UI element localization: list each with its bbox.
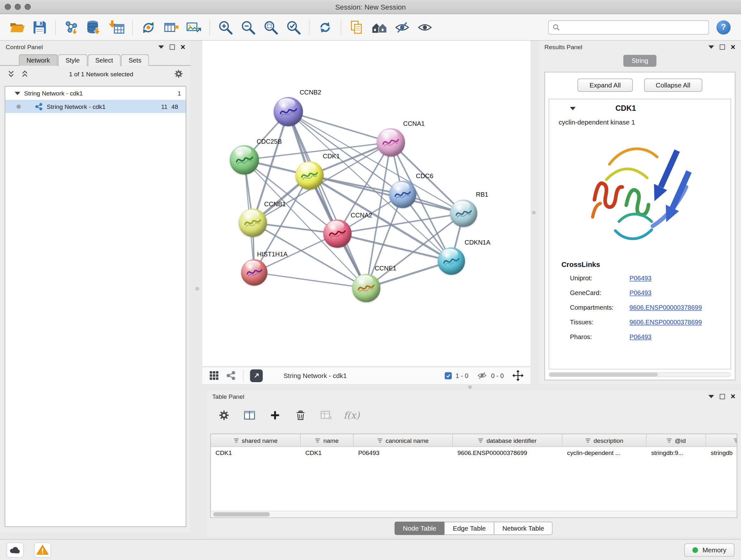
network-row[interactable]: String Network - cdk1 11 48 xyxy=(5,100,186,113)
gear-icon[interactable] xyxy=(174,69,184,78)
tissues-link[interactable]: 9606.ENSP00000378699 xyxy=(630,315,702,330)
show-columns-button[interactable] xyxy=(241,406,259,425)
network-collection-row[interactable]: String Network - cdk1 1 xyxy=(5,86,186,100)
network-node-ccnb1[interactable] xyxy=(239,208,267,237)
network-node-cdkn1a[interactable] xyxy=(437,247,465,275)
scrollbar-thumb[interactable] xyxy=(213,512,270,516)
import-network-file-button[interactable] xyxy=(60,16,83,38)
cell-description[interactable]: cyclin-dependent ... xyxy=(562,447,647,460)
cell-shared-name[interactable]: CDK1 xyxy=(211,447,300,460)
close-panel-button[interactable]: × xyxy=(731,44,736,50)
column-header-canonical-name[interactable]: canonical name xyxy=(354,434,453,447)
expand-all-button[interactable]: Expand All xyxy=(578,78,632,91)
column-header-database-identifier[interactable]: database identifier xyxy=(453,434,562,447)
zoom-fit-button[interactable] xyxy=(259,16,282,38)
home-button[interactable] xyxy=(368,16,391,38)
grid-view-icon[interactable] xyxy=(209,370,219,381)
cell-id[interactable]: stringdb:9... xyxy=(647,447,706,460)
network-node-cdc25b[interactable] xyxy=(230,145,259,175)
hidden-eye-slash-icon[interactable] xyxy=(477,371,487,380)
vertical-splitter-handle[interactable] xyxy=(532,211,535,214)
table-row[interactable]: CDK1 CDK1 P06493 9606.ENSP00000378699 cy… xyxy=(211,447,737,460)
open-session-button[interactable] xyxy=(6,16,28,38)
genecard-link[interactable]: P06493 xyxy=(630,286,652,300)
collapse-all-icon[interactable] xyxy=(8,70,15,78)
clone-network-button[interactable] xyxy=(346,16,368,38)
column-header-namespace[interactable]: namespace xyxy=(706,434,737,447)
network-node-ccne1[interactable] xyxy=(352,274,381,302)
cloud-button[interactable] xyxy=(7,542,23,557)
network-node-cdk1[interactable] xyxy=(295,161,324,190)
column-header-description[interactable]: description xyxy=(562,434,647,447)
protein-section-header[interactable]: CDK1 xyxy=(549,99,731,117)
zoom-window-button[interactable] xyxy=(24,4,30,10)
warnings-button[interactable] xyxy=(34,542,51,557)
save-session-button[interactable] xyxy=(28,16,51,38)
horizontal-splitter-handle[interactable] xyxy=(468,385,472,388)
export-image-button[interactable] xyxy=(183,16,205,38)
close-panel-button[interactable]: × xyxy=(731,394,736,399)
float-panel-button[interactable] xyxy=(709,45,714,48)
cell-database-identifier[interactable]: 9606.ENSP00000378699 xyxy=(453,447,562,460)
column-header-name[interactable]: name xyxy=(300,434,354,447)
birdseye-network-icon[interactable] xyxy=(226,370,237,381)
memory-button[interactable]: Memory xyxy=(684,543,734,556)
cell-namespace[interactable]: stringdb xyxy=(706,447,737,460)
delete-column-button[interactable] xyxy=(292,406,310,425)
float-panel-button[interactable] xyxy=(158,45,164,48)
network-node-cdc6[interactable] xyxy=(389,181,416,208)
selected-checkbox[interactable] xyxy=(445,372,452,379)
eye-button[interactable] xyxy=(414,16,436,38)
zoom-out-button[interactable] xyxy=(237,16,259,38)
tab-network-table[interactable]: Network Table xyxy=(494,522,552,535)
cell-canonical-name[interactable]: P06493 xyxy=(354,447,453,460)
table-settings-button[interactable] xyxy=(215,406,233,425)
zoom-in-button[interactable] xyxy=(214,16,237,38)
tab-network[interactable]: Network xyxy=(19,54,57,66)
network-node-hist1h1a[interactable] xyxy=(241,259,267,286)
tab-select[interactable]: Select xyxy=(88,54,121,66)
maximize-panel-button[interactable] xyxy=(720,44,725,50)
search-box[interactable] xyxy=(548,20,709,34)
eye-slash-button[interactable] xyxy=(391,16,414,38)
function-builder-button[interactable]: f(x) xyxy=(343,406,360,425)
search-input[interactable] xyxy=(563,23,704,31)
expand-all-icon[interactable] xyxy=(21,70,28,78)
annotation-mode-button[interactable] xyxy=(250,369,263,382)
table-horizontal-scrollbar[interactable] xyxy=(211,511,737,517)
horizontal-scrollbar[interactable] xyxy=(549,372,731,377)
zoom-selected-button[interactable] xyxy=(282,16,305,38)
tab-sets[interactable]: Sets xyxy=(121,54,149,66)
tab-node-table[interactable]: Node Table xyxy=(394,522,445,535)
new-network-from-selection-button[interactable] xyxy=(137,16,159,38)
close-panel-button[interactable]: × xyxy=(181,44,185,50)
import-table-file-button[interactable] xyxy=(105,16,128,38)
tab-edge-table[interactable]: Edge Table xyxy=(444,522,494,535)
move-crosshair-icon[interactable] xyxy=(512,370,524,381)
help-button[interactable]: ? xyxy=(717,20,731,34)
tab-string[interactable]: String xyxy=(623,55,657,67)
tree-expander-icon[interactable] xyxy=(15,91,20,95)
maximize-panel-button[interactable] xyxy=(170,44,175,50)
create-column-button[interactable] xyxy=(266,406,284,425)
vertical-splitter-handle[interactable] xyxy=(196,287,199,290)
export-table-button[interactable] xyxy=(160,16,183,38)
network-node-ccnb2[interactable] xyxy=(273,97,303,126)
maximize-panel-button[interactable] xyxy=(720,394,725,399)
collapse-all-button[interactable]: Collapse All xyxy=(644,78,702,91)
collapse-section-icon[interactable] xyxy=(570,107,576,110)
import-network-database-button[interactable] xyxy=(83,16,105,38)
tab-style[interactable]: Style xyxy=(58,54,87,66)
uniprot-link[interactable]: P06493 xyxy=(630,271,652,286)
float-panel-button[interactable] xyxy=(709,395,714,398)
network-node-rb1[interactable] xyxy=(450,199,477,227)
pharos-link[interactable]: P06493 xyxy=(630,330,652,345)
scrollbar-thumb[interactable] xyxy=(549,373,658,376)
compartments-link[interactable]: 9606.ENSP00000378699 xyxy=(630,300,702,315)
column-header-id[interactable]: @id xyxy=(647,434,706,447)
column-header-shared-name[interactable]: shared name xyxy=(211,434,300,447)
network-canvas[interactable]: CCNB2CCNA1CDC25BCDK1CDC6RB1CCNB1CCNA2CDK… xyxy=(202,41,530,367)
network-node-ccna2[interactable] xyxy=(323,219,352,248)
close-window-button[interactable] xyxy=(5,4,11,10)
apply-layout-button[interactable] xyxy=(314,16,336,38)
